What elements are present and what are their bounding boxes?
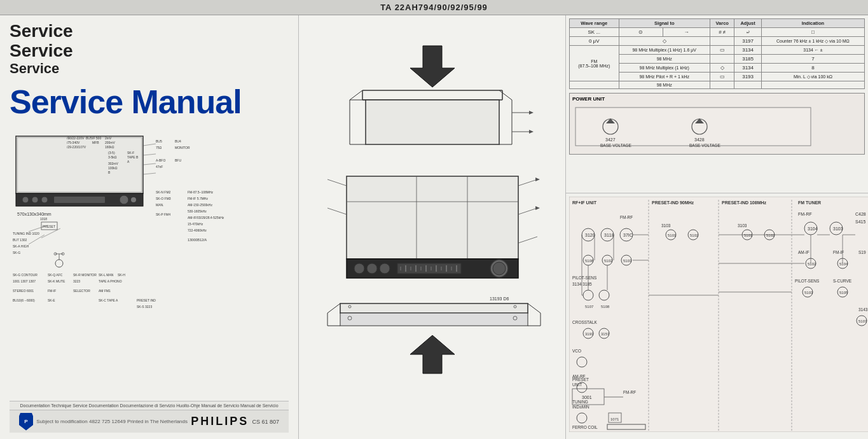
svg-text:/29-220/107V: /29-220/107V [67,145,86,149]
svg-text:UNIT: UNIT [572,382,582,387]
svg-point-8 [131,197,136,202]
cell-sk: SK ... [570,28,619,37]
cell-min-l: Min. L ◇ via 100 kΩ [761,73,864,81]
svg-rect-6 [54,197,105,203]
power-unit-section: POWER UNIT 3427 BASE VOLTAGE 3428 BASE V… [569,93,865,155]
svg-text:TUNING IND 1020: TUNING IND 1020 [13,232,39,235]
cell-98mhz-mux-2: 98 MHz Multiplex (1 kHz) [619,64,710,73]
cell-adj-sym: ⤾ [734,28,761,37]
svg-line-136 [518,237,537,243]
svg-text:SK-N FM2: SK-N FM2 [156,190,171,194]
svg-text:IF 500: IF 500 [92,136,101,140]
svg-text:2mV: 2mV [105,136,112,140]
svg-text:3428: 3428 [694,137,705,142]
svg-text:FM-87.5–108MHz: FM-87.5–108MHz [188,190,214,194]
svg-text:SK-C TAPE A: SK-C TAPE A [99,298,118,302]
svg-marker-94 [529,111,534,115]
svg-point-103 [367,263,377,274]
svg-text:BU4: BU4 [175,139,181,143]
svg-text:MFB: MFB [92,141,99,144]
svg-text:A-BFO: A-BFO [156,158,165,162]
svg-text:5105: 5105 [839,291,848,295]
svg-text:SK-R MONITOR: SK-R MONITOR [73,273,97,277]
svg-text:3118: 3118 [604,233,614,237]
svg-text:BASE VOLTAGE: BASE VOLTAGE [689,143,721,148]
svg-marker-140 [410,335,455,373]
svg-text:/75-340V: /75-340V [67,141,80,144]
schematic-svg: 570x130x340mm TUNING IND 1020 BU7 1302 S… [10,123,289,327]
cell-hash: # ≠ [710,28,734,37]
svg-text:SK-L MAN: SK-L MAN [99,273,114,277]
svg-text:MONITOR: MONITOR [175,146,190,150]
svg-point-102 [354,263,364,274]
power-unit-title: POWER UNIT [572,96,862,102]
svg-line-125 [528,303,541,313]
svg-line-122 [327,303,340,313]
svg-text:5102: 5102 [766,233,775,237]
svg-text:5102: 5102 [690,233,699,237]
svg-text:PRESET-IND 108MHz: PRESET-IND 108MHz [722,200,767,205]
bottom-bar: P Subject to modification 4822 725 12649… [10,410,289,433]
svg-text:302mV: 302mV [108,162,119,165]
svg-text:SK-E: SK-E [48,298,55,302]
svg-text:3104: 3104 [808,226,818,231]
svg-text:PRESET-IND 90MHz: PRESET-IND 90MHz [652,200,694,205]
svg-text:3143: 3143 [858,307,868,312]
cell-3185-1: 3185 [734,55,761,64]
svg-text:SK-S 3223: SK-S 3223 [137,305,152,309]
svg-text:PRESET: PRESET [43,225,55,228]
svg-text:FM-RF: FM-RF [798,212,812,216]
svg-text:TAPE B: TAPE B [127,155,139,159]
table-row-fm1: FM(87.5–108 MHz) 98 MHz Multiplex (1 kHz… [570,46,865,55]
svg-text:PILOT-SENS: PILOT-SENS [795,279,820,283]
doc-text: Documentation Technique Service Document… [10,401,289,410]
svg-text:5108: 5108 [585,259,594,263]
service-manual-title: Service Manual [10,85,289,118]
fm-tuner-svg: RF+IF UNIT PRESET-IND 90MHz PRESET-IND 1… [569,197,868,432]
philips-text: PHILIPS [191,415,249,428]
svg-text:SK-O FM3: SK-O FM3 [156,197,171,200]
svg-text:3223: 3223 [73,279,80,283]
service-line-2: Service [10,41,289,61]
svg-text:PRESET IND: PRESET IND [137,298,156,302]
svg-text:1018: 1018 [40,217,47,221]
svg-text:3120: 3120 [585,233,595,237]
svg-text:37IC: 37IC [623,233,633,237]
svg-text:TUNING: TUNING [572,400,588,404]
svg-text:FERRO COIL: FERRO COIL [572,425,598,429]
col-varco: Varco [710,19,734,28]
svg-text:160kΩ: 160kΩ [105,145,114,149]
cell-empty-4 [710,81,734,89]
svg-text:100kΩ: 100kΩ [108,166,118,170]
right-panel: Wave range Signal to Varco Adjust Indica… [566,15,868,439]
svg-line-86 [350,90,362,100]
cell-ind-rect: □ [761,28,864,37]
svg-rect-120 [340,303,528,313]
svg-point-119 [493,262,506,275]
header-title: TA 22AH794/90/92/95/99 [380,3,488,12]
svg-line-132 [518,179,537,186]
table-row-fm5: 98 MHz [570,81,865,89]
cs-number: CS 61 807 [252,419,279,425]
svg-rect-97 [347,176,518,259]
cell-empty-2 [710,55,734,64]
cell-fm-range: FM(87.5–108 MHz) [570,46,619,81]
service-line-3: Service [10,61,289,76]
cell-3134-2: 3134 [734,64,761,73]
cell-empty-1 [710,37,734,46]
cell-diamond-1: ◇ [619,37,710,46]
svg-line-134 [518,208,537,214]
svg-text:5102: 5102 [808,262,816,266]
philips-logo-area: P [19,413,33,431]
svg-text:S415: S415 [855,220,865,224]
svg-text:AM-IF: AM-IF [798,250,809,254]
svg-text:3103: 3103 [833,226,843,231]
svg-text:AM-IF/03/29/28.4-525kHz: AM-IF/03/29/28.4-525kHz [188,216,224,220]
svg-text:MAN.: MAN. [156,203,164,207]
svg-text:SK-G: SK-G [13,251,20,254]
svg-text:75Ω: 75Ω [156,146,162,150]
fm-tuner-area: RF+IF UNIT PRESET-IND 90MHz PRESET-IND 1… [566,193,868,439]
cell-arrow: → [663,28,710,37]
svg-text:S19: S19 [858,250,866,254]
svg-text:5108: 5108 [601,305,610,309]
